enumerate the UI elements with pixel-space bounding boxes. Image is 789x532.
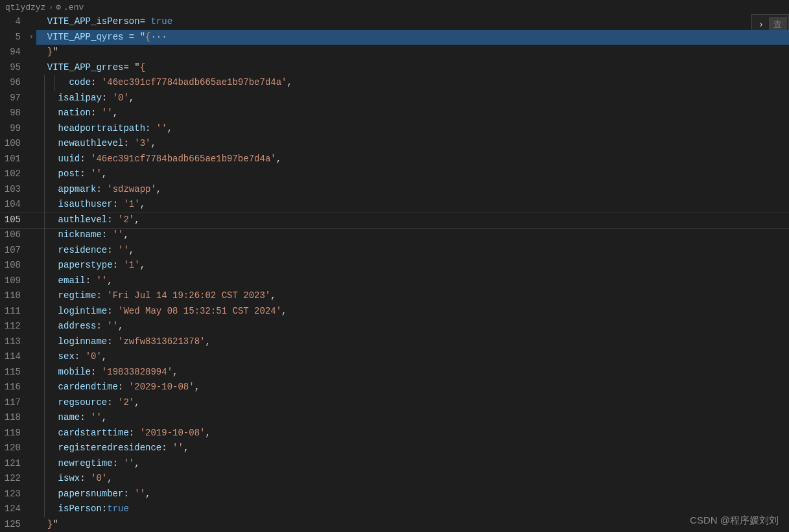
code-line[interactable]: address: '', [36, 319, 789, 334]
line-number: 121 [0, 456, 26, 472]
fold-marker[interactable] [26, 258, 36, 273]
code-line[interactable]: post: '', [36, 167, 789, 182]
line-number: 106 [0, 227, 26, 243]
code-line[interactable]: uuid: '46ec391cf7784badb665ae1b97be7d4a'… [36, 152, 789, 167]
code-line[interactable]: nation: '', [36, 106, 789, 121]
line-number: 116 [0, 380, 26, 395]
code-line[interactable]: headportraitpath: '', [36, 121, 789, 137]
code-line[interactable]: email: '', [36, 273, 789, 289]
fold-marker[interactable] [26, 182, 36, 198]
fold-marker[interactable] [26, 243, 36, 259]
env-file-icon: ⚙ [56, 2, 61, 12]
line-number: 101 [0, 152, 26, 167]
code-line[interactable]: isPerson:true [36, 502, 789, 517]
code-line[interactable]: registeredresidence: '', [36, 441, 789, 456]
fold-marker[interactable] [26, 60, 36, 76]
fold-marker[interactable] [26, 213, 36, 228]
fold-marker[interactable] [26, 14, 36, 30]
code-line[interactable]: nickname: '', [36, 227, 789, 243]
code-line[interactable]: regsource: '2', [36, 395, 789, 411]
fold-marker[interactable] [26, 121, 36, 137]
line-number: 97 [0, 91, 26, 106]
line-number: 5 [0, 30, 26, 45]
fold-marker[interactable] [26, 106, 36, 121]
breadcrumb-file[interactable]: .env [64, 3, 84, 12]
code-line[interactable]: newauthlevel: '3', [36, 136, 789, 152]
fold-marker[interactable] [26, 273, 36, 289]
line-number: 100 [0, 136, 26, 152]
fold-marker[interactable] [26, 197, 36, 213]
fold-marker[interactable] [26, 410, 36, 426]
code-line[interactable]: residence: '', [36, 243, 789, 259]
line-number: 117 [0, 395, 26, 411]
fold-marker[interactable] [26, 45, 36, 60]
line-number: 114 [0, 349, 26, 365]
line-number: 103 [0, 182, 26, 198]
line-number: 112 [0, 319, 26, 334]
code-line[interactable]: logintime: 'Wed May 08 15:32:51 CST 2024… [36, 304, 789, 319]
line-number: 96 [0, 75, 26, 91]
line-number: 113 [0, 334, 26, 350]
line-number: 94 [0, 45, 26, 60]
code-line[interactable]: loginname: 'zwfw8313621378', [36, 334, 789, 350]
line-number: 111 [0, 304, 26, 319]
fold-marker[interactable] [26, 91, 36, 106]
line-number: 98 [0, 106, 26, 121]
code-line[interactable]: mobile: '19833828994', [36, 365, 789, 380]
code-line[interactable]: isalipay: '0', [36, 91, 789, 106]
line-number: 104 [0, 197, 26, 213]
fold-marker[interactable] [26, 456, 36, 472]
fold-marker[interactable] [26, 365, 36, 380]
fold-marker[interactable] [26, 152, 36, 167]
fold-marker[interactable] [26, 304, 36, 319]
code-content[interactable]: VITE_APP_isPerson= true VITE_APP_qyres =… [36, 14, 789, 532]
fold-marker[interactable] [26, 502, 36, 517]
fold-marker[interactable] [26, 349, 36, 365]
fold-marker[interactable] [26, 471, 36, 487]
code-line[interactable]: cardstarttime: '2019-10-08', [36, 426, 789, 441]
code-line[interactable]: newregtime: '', [36, 456, 789, 472]
code-line[interactable]: }" [36, 517, 789, 533]
line-number: 4 [0, 14, 26, 30]
fold-marker[interactable] [26, 167, 36, 182]
fold-marker[interactable] [26, 136, 36, 152]
text-editor[interactable]: 4594959697989910010110210310410510610710… [0, 14, 789, 532]
line-number: 118 [0, 410, 26, 426]
code-line[interactable]: isauthuser: '1', [36, 197, 789, 213]
fold-marker[interactable] [26, 395, 36, 411]
code-line[interactable]: VITE_APP_isPerson= true [36, 14, 789, 30]
fold-marker[interactable] [26, 319, 36, 334]
fold-marker[interactable] [26, 227, 36, 243]
fold-marker[interactable] [26, 75, 36, 91]
fold-marker[interactable] [26, 380, 36, 395]
line-number: 122 [0, 471, 26, 487]
code-line[interactable]: VITE_APP_qyres = "{··· [36, 30, 789, 45]
breadcrumb-folder[interactable]: qtlydzyz [5, 3, 45, 12]
code-line[interactable]: code: '46ec391cf7784badb665ae1b97be7d4a'… [36, 75, 789, 91]
code-line[interactable]: cardendtime: '2029-10-08', [36, 380, 789, 395]
fold-marker[interactable]: › [26, 30, 36, 45]
chevron-right-icon: › [48, 3, 53, 12]
code-line[interactable]: }" [36, 45, 789, 60]
code-line[interactable]: papersnumber: '', [36, 487, 789, 502]
fold-marker[interactable] [26, 334, 36, 350]
code-line[interactable]: authlevel: '2', [36, 213, 789, 228]
fold-marker[interactable] [26, 517, 36, 533]
line-number: 105 [0, 213, 26, 228]
fold-marker[interactable] [26, 487, 36, 502]
code-line[interactable]: paperstype: '1', [36, 258, 789, 273]
line-number: 99 [0, 121, 26, 137]
code-line[interactable]: sex: '0', [36, 349, 789, 365]
code-line[interactable]: appmark: 'sdzwapp', [36, 182, 789, 198]
line-number: 109 [0, 273, 26, 289]
fold-marker[interactable] [26, 426, 36, 441]
line-number: 115 [0, 365, 26, 380]
fold-column: › [26, 14, 36, 532]
fold-marker[interactable] [26, 288, 36, 304]
fold-marker[interactable] [26, 441, 36, 456]
code-line[interactable]: name: '', [36, 410, 789, 426]
code-line[interactable]: regtime: 'Fri Jul 14 19:26:02 CST 2023', [36, 288, 789, 304]
line-number: 108 [0, 258, 26, 273]
code-line[interactable]: iswx: '0', [36, 471, 789, 487]
code-line[interactable]: VITE_APP_grres= "{ [36, 60, 789, 76]
